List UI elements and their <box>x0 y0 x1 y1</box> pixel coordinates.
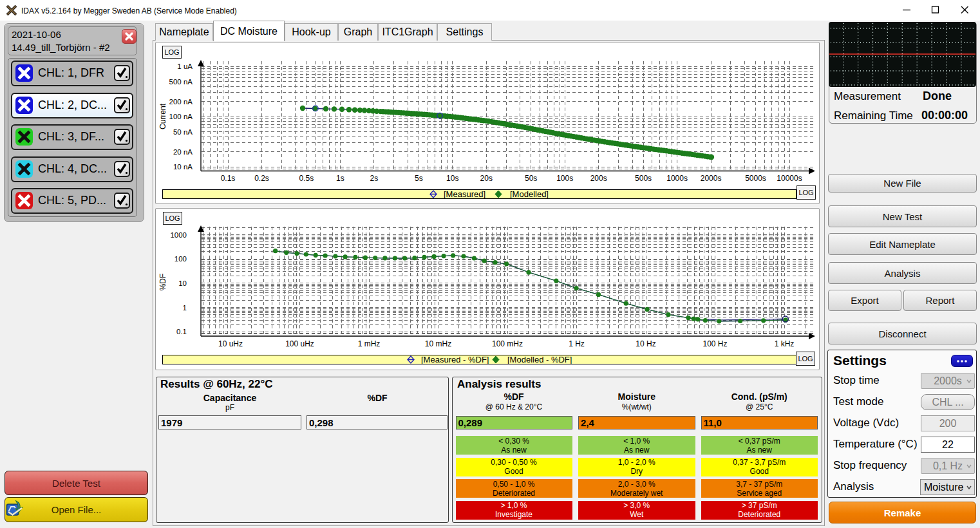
svg-text:100 Hz: 100 Hz <box>702 339 727 348</box>
svg-text:1 kHz: 1 kHz <box>775 339 795 348</box>
svg-text:5000s: 5000s <box>745 174 766 183</box>
svg-text:2000s: 2000s <box>701 174 722 183</box>
svg-text:500s: 500s <box>635 174 652 183</box>
svg-text:2s: 2s <box>370 174 379 183</box>
svg-text:10: 10 <box>178 279 187 287</box>
svg-text:10 uHz: 10 uHz <box>218 339 243 348</box>
svg-text:50 nA: 50 nA <box>173 128 193 136</box>
svg-text:200s: 200s <box>590 174 607 183</box>
svg-text:1 mHz: 1 mHz <box>358 339 381 348</box>
svg-text:50s: 50s <box>525 174 537 183</box>
svg-text:200 nA: 200 nA <box>169 98 193 106</box>
svg-text:10 mHz: 10 mHz <box>425 339 451 348</box>
svg-text:0.1: 0.1 <box>176 328 187 335</box>
svg-text:100 nA: 100 nA <box>169 113 193 120</box>
svg-text:500 nA: 500 nA <box>169 78 193 86</box>
svg-text:10s: 10s <box>446 174 458 183</box>
svg-text:0.2s: 0.2s <box>254 174 269 183</box>
svg-text:%DF: %DF <box>158 274 167 291</box>
svg-text:Current: Current <box>158 103 167 129</box>
svg-text:[Modelled - %DF]: [Modelled - %DF] <box>507 355 572 364</box>
svg-text:100 mHz: 100 mHz <box>492 339 523 348</box>
svg-text:10 nA: 10 nA <box>173 163 193 171</box>
svg-text:1 uA: 1 uA <box>177 62 193 70</box>
svg-text:1: 1 <box>183 304 187 312</box>
svg-text:100 uHz: 100 uHz <box>285 339 314 348</box>
svg-text:[Modelled]: [Modelled] <box>510 189 549 199</box>
svg-text:100s: 100s <box>556 174 573 183</box>
svg-text:20s: 20s <box>480 174 493 183</box>
svg-text:5s: 5s <box>415 174 423 183</box>
svg-text:1s: 1s <box>336 174 344 183</box>
svg-text:0.5s: 0.5s <box>299 174 314 183</box>
svg-text:10 Hz: 10 Hz <box>636 339 655 348</box>
svg-text:[Measured]: [Measured] <box>444 189 485 199</box>
svg-text:1000s: 1000s <box>666 174 688 183</box>
svg-text:100: 100 <box>174 255 187 263</box>
svg-text:20 nA: 20 nA <box>173 148 193 156</box>
svg-text:10000s: 10000s <box>777 174 802 183</box>
svg-text:1000: 1000 <box>170 231 187 239</box>
svg-text:0.1s: 0.1s <box>221 174 236 183</box>
svg-text:1 Hz: 1 Hz <box>569 339 585 348</box>
svg-text:[Measured - %DF]: [Measured - %DF] <box>421 355 489 364</box>
